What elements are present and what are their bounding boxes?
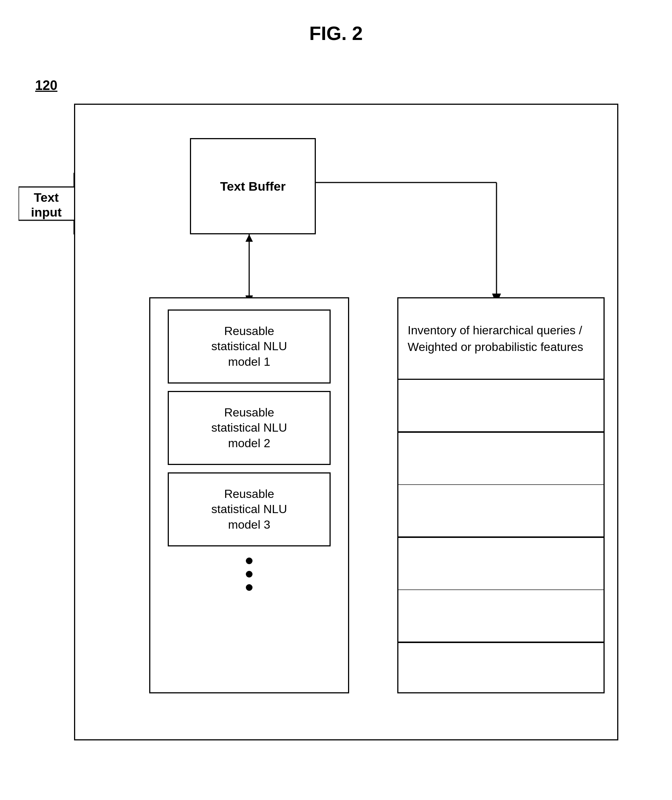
figure-title: FIG. 2: [309, 22, 362, 45]
model-2-label: Reusablestatistical NLUmodel 2: [211, 405, 287, 451]
inventory-row-5: [398, 590, 603, 643]
inventory-row-3: [398, 485, 603, 538]
model-box-3: Reusablestatistical NLUmodel 3: [168, 472, 331, 546]
inventory-container: Inventory of hierarchical queries / Weig…: [397, 297, 605, 693]
model-1-label: Reusablestatistical NLUmodel 1: [211, 323, 287, 370]
inventory-row-4: [398, 538, 603, 590]
dots-container: [246, 557, 253, 591]
dot-2: [246, 571, 253, 578]
arrow-buffer-to-inventory: [315, 142, 515, 308]
text-buffer-box: Text Buffer: [190, 138, 316, 234]
dot-1: [246, 557, 253, 564]
text-buffer-label: Text Buffer: [220, 179, 286, 194]
svg-marker-5: [245, 234, 253, 242]
inventory-row-6: [398, 643, 603, 694]
diagram-label: 120: [35, 78, 58, 93]
svg-text:input: input: [31, 205, 61, 219]
inventory-header: Inventory of hierarchical queries / Weig…: [398, 298, 603, 380]
inventory-header-text: Inventory of hierarchical queries / Weig…: [408, 322, 594, 355]
model-box-2: Reusablestatistical NLUmodel 2: [168, 391, 331, 465]
inventory-rows: [398, 380, 603, 694]
inventory-row-2: [398, 433, 603, 485]
dot-3: [246, 584, 253, 591]
models-container: Reusablestatistical NLUmodel 1 Reusables…: [149, 297, 349, 693]
outer-box: Text Buffer Reusablestatistical NLUmodel…: [74, 104, 618, 741]
model-box-1: Reusablestatistical NLUmodel 1: [168, 309, 331, 384]
inventory-row-1: [398, 380, 603, 433]
svg-text:Text: Text: [34, 190, 59, 204]
model-3-label: Reusablestatistical NLUmodel 3: [211, 486, 287, 533]
